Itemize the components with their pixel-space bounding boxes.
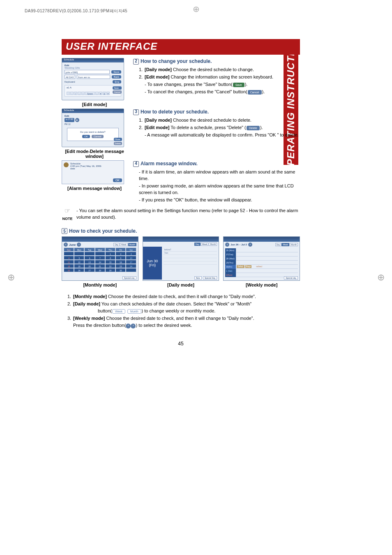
crop-mark-left: ⊕ [7,272,15,283]
fig-edit-mode: Edit Wedding Gifts john s'090]Save All D… [62,58,124,100]
save-side[interactable]: Save [113,86,122,90]
confirm-cancel[interactable]: Cancel [92,135,104,138]
dir-left-icon[interactable]: ‹ [126,324,131,328]
mode-month[interactable]: Month [128,243,136,246]
cancel-button-inline[interactable]: Cancel [248,90,262,95]
page-title: USER INTERFACE [62,39,300,55]
alarm-ok-button[interactable]: OK [113,178,122,182]
clock-icon [64,162,69,167]
print-header: DA99-01278DREV(0.0)2006.10.1710:9PM페이지45 [25,8,127,14]
caption-daily: [Daily mode] [143,282,219,287]
save-button-inline[interactable]: Save [233,83,244,87]
page-content: USER INTERFACE Edit Wedding Gifts john s… [62,39,300,347]
month-button-inline[interactable]: Month [127,309,141,314]
fig-caption-edit: [Edit mode] [62,102,127,107]
kbd-key[interactable]: ; [78,92,81,95]
kbd-key[interactable]: / [74,92,77,95]
kbd-key[interactable]: ` [67,92,70,95]
new-button[interactable]: New [194,276,202,280]
mode-week[interactable]: Week [120,243,128,246]
back-button[interactable]: Back [112,75,121,79]
prev-week[interactable]: ‹ [225,243,229,247]
week-button-inline[interactable]: Week [112,309,125,314]
cancel-side[interactable]: Cancel [113,90,122,94]
step-2-icon: 2 [133,59,139,65]
next-month[interactable]: › [77,243,81,247]
next-week[interactable]: › [248,243,252,247]
crop-mark-top: ⊕ [193,4,200,14]
kbd-key[interactable]: Space [85,92,95,95]
mode-month[interactable]: Month [209,243,217,246]
kbd-lang[interactable]: Eng [113,80,121,83]
mode-week[interactable]: Week [281,243,289,246]
note-block: ☞ NOTE - You can set the alarm sound set… [62,208,300,222]
dir-right-icon[interactable]: › [131,324,136,328]
kbd-key[interactable]: & [103,92,106,95]
delete-button-inline[interactable]: Delete [247,126,260,130]
confirm-ok[interactable]: OK [82,135,90,138]
special-day-button[interactable]: Special Day [203,276,217,280]
kbd-key[interactable]: - [70,92,74,95]
caption-weekly: [Weekly mode] [223,282,300,287]
crop-mark-right: ⊕ [377,272,385,283]
kbd-key[interactable]: # [106,92,110,95]
fig-monthly: ‹June› DayWeekMonth SunMonTueWedThuFriSa… [62,236,138,281]
fig-alarm: Schedule2:00 pm (Tue) May 16, 2006date O… [62,160,124,184]
mode-day[interactable]: Day [275,243,281,246]
hand-icon: ☞ [62,208,73,214]
special-day-button[interactable]: Special day [122,276,136,280]
mode-month[interactable]: Month [290,243,298,246]
kbd-key[interactable]: ▼ [99,92,102,95]
resave-button[interactable]: Save [111,70,121,74]
mode-day[interactable]: Day [194,243,201,246]
fig-delete-mode: Edit to 17:00▸ PM 12 Do you want to dele… [62,109,124,147]
step-5-icon: 5 [62,228,67,234]
fig-caption-delete: [Edit mode-Delete message window] [62,149,127,159]
mode-week[interactable]: Week [201,243,209,246]
delete-side[interactable]: Delete [114,142,122,145]
mode-day[interactable]: Day [113,243,120,246]
kbd-key[interactable]: ← [95,92,99,95]
fig-caption-alarm: [Alarm message window] [62,186,127,191]
fig-daily: DayWeekMonth Jun 30(Fri) before7 7am New… [143,236,219,281]
page-number: 45 [62,341,300,347]
step-3-icon: 3 [133,109,139,115]
caption-monthly: [Monthly mode] [62,282,138,287]
step-4-icon: 4 [133,161,139,167]
special-day-button[interactable]: Special day [284,276,298,280]
fig-weekly: ‹Jun 26 ~ Jul 2› DayWeekMonth 26 (Mon) 2… [223,236,300,281]
prev-month[interactable]: ‹ [64,243,68,247]
kbd-key[interactable]: ↑ [81,92,85,95]
close-side[interactable]: Close [114,138,122,141]
